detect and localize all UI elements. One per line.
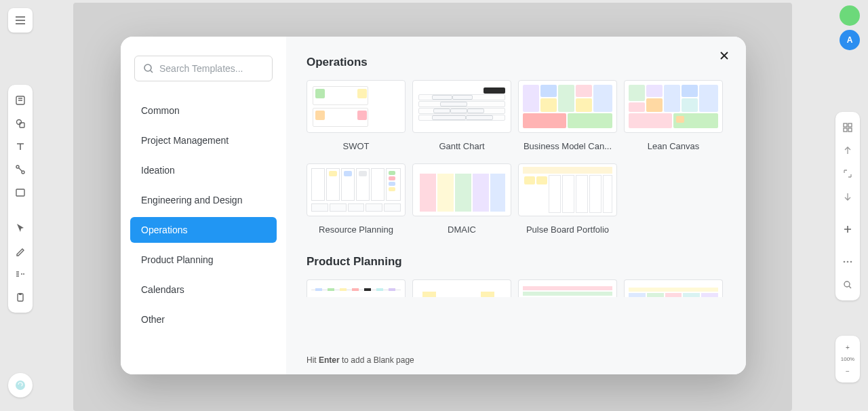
more-tool[interactable] — [838, 250, 857, 273]
template-pulse-board-portfolio[interactable]: Pulse Board Portfolio — [518, 163, 617, 235]
svg-point-1 — [17, 120, 22, 125]
close-button[interactable] — [715, 46, 734, 65]
zoom-out[interactable]: − — [838, 362, 857, 380]
category-other[interactable]: Other — [130, 307, 277, 332]
template-label: Lean Canvas — [648, 141, 700, 151]
presence-avatars: A — [840, 5, 860, 50]
svg-point-7 — [23, 273, 24, 275]
add-tool[interactable] — [838, 218, 857, 241]
help-button[interactable] — [8, 373, 33, 397]
footer-hint: Hit Enter to add a Blank page — [307, 355, 414, 365]
avatar[interactable] — [840, 5, 860, 26]
svg-point-19 — [144, 64, 151, 71]
category-operations[interactable]: Operations — [130, 217, 277, 243]
pen-tool[interactable] — [11, 239, 30, 262]
svg-point-15 — [844, 261, 846, 263]
svg-point-6 — [21, 273, 22, 275]
search-tool[interactable] — [838, 273, 857, 296]
templates-grid-product-planning-partial — [307, 279, 726, 297]
grid-toggle[interactable] — [838, 116, 857, 139]
template-label: Gantt Chart — [439, 141, 484, 151]
steps-tool[interactable] — [11, 262, 30, 286]
close-icon — [719, 50, 730, 61]
template-label: Resource Planning — [319, 224, 393, 235]
template-thumb[interactable] — [307, 279, 406, 297]
category-project-management[interactable]: Project Management — [130, 128, 277, 153]
right-toolbar — [835, 112, 860, 300]
template-thumb[interactable] — [518, 163, 617, 216]
hint-prefix: Hit — [307, 355, 319, 365]
template-swot[interactable]: SWOT — [307, 80, 406, 151]
down-tool[interactable] — [838, 185, 857, 208]
search-input[interactable] — [159, 63, 265, 74]
svg-rect-9 — [19, 293, 22, 295]
template-card-pp-2[interactable] — [412, 279, 511, 297]
template-business-model-canvas[interactable]: Business Model Can... — [518, 80, 617, 151]
pointer-tool[interactable] — [11, 216, 30, 239]
zoom-in[interactable]: + — [838, 338, 857, 356]
template-thumb[interactable] — [412, 279, 511, 297]
category-calendars[interactable]: Calendars — [130, 277, 277, 302]
template-thumb[interactable] — [307, 80, 406, 133]
template-thumb[interactable] — [412, 80, 511, 133]
zoom-controls: + 100% − — [835, 336, 860, 383]
svg-point-18 — [844, 281, 850, 287]
template-card-pp-3[interactable] — [518, 279, 617, 297]
template-thumb[interactable] — [518, 80, 617, 133]
hint-suffix: to add a Blank page — [340, 355, 414, 365]
svg-rect-14 — [848, 128, 852, 132]
template-label: DMAIC — [448, 224, 476, 235]
left-toolbar — [8, 85, 33, 313]
search-icon — [143, 63, 154, 74]
svg-rect-11 — [844, 123, 847, 127]
template-thumb[interactable] — [624, 80, 723, 133]
modal-content: Operations SWOT — [286, 37, 746, 374]
svg-rect-13 — [844, 128, 847, 132]
clipboard-tool[interactable] — [11, 286, 30, 309]
template-label: Pulse Board Portfolio — [526, 224, 609, 235]
template-thumb[interactable] — [518, 279, 617, 297]
expand-tool[interactable] — [838, 162, 857, 185]
svg-rect-5 — [16, 189, 24, 196]
menu-button[interactable] — [8, 8, 33, 33]
chat-icon — [14, 379, 26, 391]
template-gantt-chart[interactable]: Gantt Chart — [412, 80, 511, 151]
svg-rect-12 — [848, 123, 852, 127]
svg-point-16 — [847, 261, 849, 263]
shapes-tool[interactable] — [11, 112, 30, 135]
svg-point-17 — [850, 261, 852, 263]
template-thumb[interactable] — [412, 163, 511, 216]
template-label: Business Model Can... — [524, 141, 612, 151]
templates-modal: Common Project Management Ideation Engin… — [121, 37, 746, 374]
template-thumb[interactable] — [624, 279, 723, 297]
connector-tool[interactable] — [11, 158, 30, 181]
category-common[interactable]: Common — [130, 98, 277, 123]
section-title-product-planning: Product Planning — [307, 255, 726, 269]
hint-key: Enter — [319, 355, 340, 365]
templates-grid-operations: SWOT Gantt — [307, 80, 726, 235]
zoom-level[interactable]: 100% — [841, 356, 854, 362]
text-tool[interactable] — [11, 135, 30, 158]
note-tool[interactable] — [11, 89, 30, 112]
section-title-operations: Operations — [307, 56, 726, 69]
template-card-pp-4[interactable] — [624, 279, 723, 297]
category-product-planning[interactable]: Product Planning — [130, 247, 277, 273]
template-card-pp-1[interactable] — [307, 279, 406, 297]
template-dmaic[interactable]: DMAIC — [412, 163, 511, 235]
category-engineering-and-design[interactable]: Engineering and Design — [130, 187, 277, 213]
category-ideation[interactable]: Ideation — [130, 157, 277, 183]
svg-point-3 — [16, 165, 19, 168]
frame-tool[interactable] — [11, 181, 30, 204]
svg-point-4 — [22, 171, 24, 174]
up-tool[interactable] — [838, 139, 857, 162]
template-label: SWOT — [343, 141, 370, 151]
avatar[interactable]: A — [840, 30, 860, 50]
search-input-wrap[interactable] — [134, 56, 273, 81]
template-resource-planning[interactable]: Resource Planning — [307, 163, 406, 235]
template-lean-canvas[interactable]: Lean Canvas — [624, 80, 723, 151]
hamburger-icon — [15, 16, 26, 25]
template-thumb[interactable] — [307, 163, 406, 216]
svg-point-10 — [16, 380, 25, 390]
modal-sidebar: Common Project Management Ideation Engin… — [121, 37, 286, 374]
category-list: Common Project Management Ideation Engin… — [130, 98, 277, 336]
